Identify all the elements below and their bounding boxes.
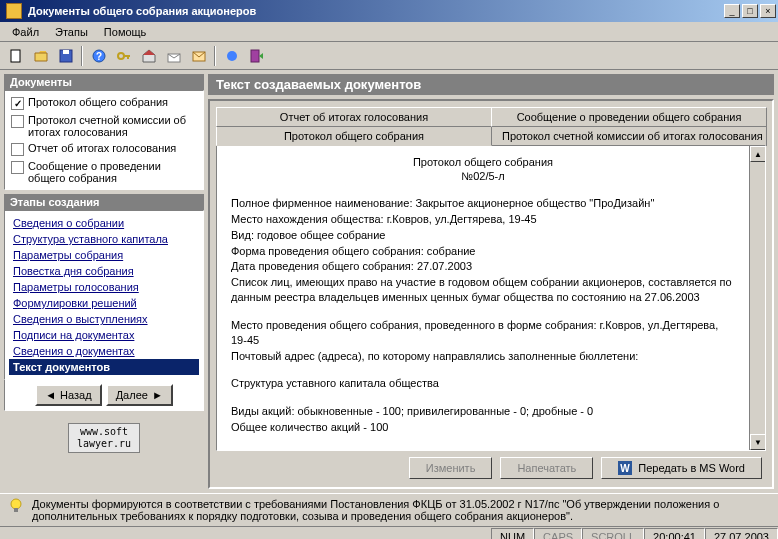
stage-item[interactable]: Параметры голосования: [9, 279, 199, 295]
menu-file[interactable]: Файл: [4, 24, 47, 40]
checkbox-icon[interactable]: [11, 161, 24, 174]
doc-line: Дата проведения общего собрания: 27.07.2…: [231, 259, 735, 274]
checkbox-icon[interactable]: [11, 115, 24, 128]
checkbox-icon[interactable]: [11, 143, 24, 156]
back-button[interactable]: ◄Назад: [35, 384, 101, 406]
stage-item[interactable]: Параметры собрания: [9, 247, 199, 263]
doc-line: Структура уставного капитала общества: [231, 376, 735, 391]
content-header: Текст создаваемых документов: [208, 74, 774, 95]
action-buttons: Изменить Напечатать W Передать в MS Word: [216, 451, 766, 481]
stage-item-selected[interactable]: Текст документов: [9, 359, 199, 375]
tab-report[interactable]: Отчет об итогах голосования: [216, 107, 492, 127]
menu-bar: Файл Этапы Помощь: [0, 22, 778, 42]
doc-line: Список лиц, имеющих право на участие в г…: [231, 275, 735, 305]
arrow-right-icon: ►: [152, 389, 163, 401]
toolbar: ?: [0, 42, 778, 70]
word-icon: W: [618, 461, 632, 475]
title-bar: Документы общего собрания акционеров _ □…: [0, 0, 778, 22]
doc-line: Место нахождения общества: г.Ковров, ул.…: [231, 212, 735, 227]
toolbar-separator: [81, 46, 83, 66]
doc-label: Протокол счетной комиссии об итогах голо…: [28, 114, 197, 138]
export-word-button[interactable]: W Передать в MS Word: [601, 457, 762, 479]
right-panel: Текст создаваемых документов Отчет об ит…: [208, 74, 774, 489]
stage-item[interactable]: Подписи на документах: [9, 327, 199, 343]
arrow-left-icon: ◄: [45, 389, 56, 401]
doc-line: Виды акций: обыкновенные - 100; привилег…: [231, 404, 735, 419]
stage-item[interactable]: Структура уставного капитала: [9, 231, 199, 247]
edit-button[interactable]: Изменить: [409, 457, 493, 479]
print-button[interactable]: Напечатать: [500, 457, 593, 479]
documents-list: Протокол общего собрания Протокол счетно…: [4, 90, 204, 190]
scrollbar[interactable]: ▲ ▼: [749, 146, 765, 450]
tool-mail-icon[interactable]: [187, 45, 210, 67]
lightbulb-icon: [8, 498, 24, 514]
svg-rect-11: [251, 50, 259, 62]
doc-label: Сообщение о проведении общего собрания: [28, 160, 197, 184]
status-scroll: SCROLL: [582, 528, 644, 540]
svg-text:W: W: [621, 463, 631, 474]
doc-label: Протокол общего собрания: [28, 96, 168, 108]
doc-line: Почтовый адрес (адреса), по которому нап…: [231, 349, 735, 364]
stages-header: Этапы создания: [4, 194, 204, 210]
doc-line: Вид: годовое общее собрание: [231, 228, 735, 243]
doc-item[interactable]: Сообщение о проведении общего собрания: [9, 159, 199, 185]
document-content: Протокол общего собрания №02/5-л Полное …: [216, 145, 766, 451]
checkbox-icon[interactable]: [11, 97, 24, 110]
doc-line: Общее количество акций - 100: [231, 420, 735, 435]
site-line: www.soft: [77, 426, 131, 438]
menu-stages[interactable]: Этапы: [47, 24, 96, 40]
scroll-down-icon[interactable]: ▼: [750, 434, 766, 450]
status-num: NUM: [491, 528, 534, 540]
tool-new-icon[interactable]: [4, 45, 27, 67]
stage-item[interactable]: Сведения о документах: [9, 343, 199, 359]
next-button[interactable]: Далее►: [106, 384, 173, 406]
status-time: 20:00:41: [644, 528, 705, 540]
status-caps: CAPS: [534, 528, 582, 540]
menu-help[interactable]: Помощь: [96, 24, 155, 40]
hint-bar: Документы формируются в соответствии с т…: [0, 493, 778, 526]
stage-item[interactable]: Повестка дня собрания: [9, 263, 199, 279]
status-date: 27.07.2003: [705, 528, 778, 540]
status-bar: NUM CAPS SCROLL 20:00:41 27.07.2003: [0, 526, 778, 539]
hint-text: Документы формируются в соответствии с т…: [32, 498, 770, 522]
doc-line: Место проведения общего собрания, провед…: [231, 318, 735, 348]
tool-home-icon[interactable]: [137, 45, 160, 67]
svg-point-14: [11, 499, 21, 509]
doc-item[interactable]: Протокол общего собрания: [9, 95, 199, 111]
stage-item[interactable]: Сведения о собрании: [9, 215, 199, 231]
site-line: lawyer.ru: [77, 438, 131, 450]
svg-point-5: [118, 53, 124, 59]
doc-item[interactable]: Протокол счетной комиссии об итогах голо…: [9, 113, 199, 139]
toolbar-separator: [214, 46, 216, 66]
doc-item[interactable]: Отчет об итогах голосования: [9, 141, 199, 157]
tabs: Отчет об итогах голосования Сообщение о …: [216, 107, 766, 146]
tool-open-icon[interactable]: [29, 45, 52, 67]
tool-help-icon[interactable]: ?: [87, 45, 110, 67]
website-badge[interactable]: www.soft lawyer.ru: [4, 415, 204, 461]
tool-key-icon[interactable]: [112, 45, 135, 67]
close-button[interactable]: ×: [760, 4, 776, 18]
tool-print-icon[interactable]: [220, 45, 243, 67]
tool-exit-icon[interactable]: [245, 45, 268, 67]
app-icon: [6, 3, 22, 19]
svg-point-10: [227, 51, 237, 61]
tab-protocol-commission[interactable]: Протокол счетной комиссии об итогах голо…: [491, 127, 767, 146]
maximize-button[interactable]: □: [742, 4, 758, 18]
doc-line: Полное фирменное наименование: Закрытое …: [231, 196, 735, 211]
doc-line: Форма проведения общего собрания: собран…: [231, 244, 735, 259]
tool-mail-open-icon[interactable]: [162, 45, 185, 67]
tab-protocol-meeting[interactable]: Протокол общего собрания: [216, 127, 492, 146]
svg-rect-0: [11, 50, 20, 62]
scroll-up-icon[interactable]: ▲: [750, 146, 766, 162]
documents-header: Документы: [4, 74, 204, 90]
minimize-button[interactable]: _: [724, 4, 740, 18]
tab-notice[interactable]: Сообщение о проведении общего собрания: [491, 107, 767, 127]
scroll-track[interactable]: [750, 162, 765, 434]
doc-label: Отчет об итогах голосования: [28, 142, 176, 154]
left-panel: Документы Протокол общего собрания Прото…: [4, 74, 204, 489]
svg-text:?: ?: [95, 51, 101, 62]
tool-save-icon[interactable]: [54, 45, 77, 67]
stage-item[interactable]: Формулировки решений: [9, 295, 199, 311]
stage-item[interactable]: Сведения о выступлениях: [9, 311, 199, 327]
stages-list: Сведения о собрании Структура уставного …: [4, 210, 204, 380]
